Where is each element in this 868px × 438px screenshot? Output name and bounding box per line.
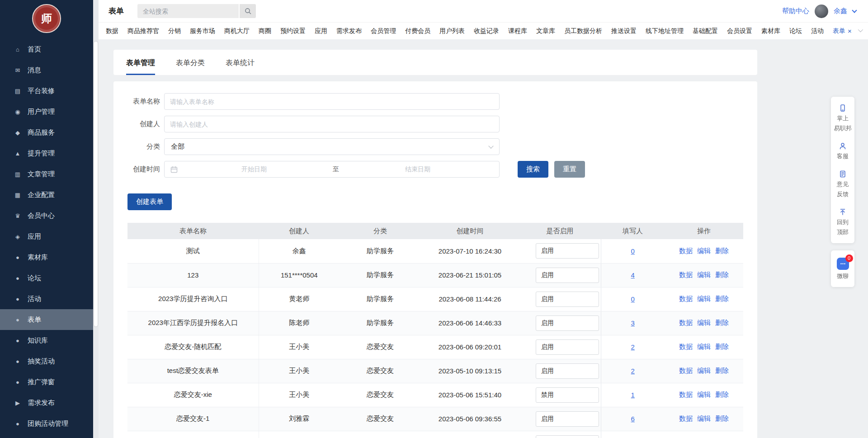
avatar[interactable] xyxy=(815,5,828,18)
tabbar-tab[interactable]: 活动 xyxy=(807,27,828,35)
sidebar-item-lottery[interactable]: ●抽奖活动 xyxy=(0,351,93,372)
status-select[interactable]: 启用 xyxy=(536,363,599,379)
tabbar-tab-active[interactable]: 表单 × xyxy=(828,27,856,35)
end-date-input[interactable]: 结束日期 xyxy=(342,165,494,174)
delete-action-link[interactable]: 删除 xyxy=(715,414,729,422)
tabbar-tab[interactable]: 课程库 xyxy=(504,27,532,35)
sidebar-item-member-center[interactable]: ♛会员中心 xyxy=(0,205,93,226)
global-search-input[interactable] xyxy=(137,4,239,18)
status-select[interactable]: 启用 xyxy=(536,339,599,355)
customer-service-button[interactable]: 客服 xyxy=(837,142,849,160)
tabbar-tab[interactable]: 员工数据分析 xyxy=(560,27,607,35)
create-form-button[interactable]: 创建表单 xyxy=(127,193,172,210)
sidebar-item-home[interactable]: ⌂首页 xyxy=(0,39,93,60)
tabbar-tab[interactable]: 商机大厅 xyxy=(220,27,254,35)
tabbar-tab[interactable]: 会员管理 xyxy=(366,27,401,35)
tabbar-tab[interactable]: 需求发布 xyxy=(332,27,366,35)
edit-action-link[interactable]: 编辑 xyxy=(697,414,711,422)
data-action-link[interactable]: 数据 xyxy=(679,367,693,374)
fillers-count-link[interactable]: 0 xyxy=(631,295,635,303)
search-button[interactable]: 搜索 xyxy=(518,161,548,178)
tabbar-tab[interactable]: 线下地址管理 xyxy=(641,27,688,35)
data-action-link[interactable]: 数据 xyxy=(679,343,693,350)
sidebar-item-user-management[interactable]: ◉用户管理 xyxy=(0,101,93,122)
sidebar-item-forms[interactable]: ●表单 xyxy=(0,309,93,330)
tabbar-tab[interactable]: 会员设置 xyxy=(722,27,757,35)
tabbar-tab[interactable]: 商品推荐官 xyxy=(123,27,164,35)
sidebar-item-groupbuy-management[interactable]: ●团购活动管理 xyxy=(0,413,93,434)
tabbar-tab[interactable]: 数据 xyxy=(101,27,123,35)
fillers-count-link[interactable]: 0 xyxy=(631,247,635,255)
data-action-link[interactable]: 数据 xyxy=(679,414,693,422)
sidebar-item-messages[interactable]: ✉消息 xyxy=(0,60,93,80)
status-select[interactable]: 启用 xyxy=(536,292,599,307)
back-to-top-button[interactable]: 回到 顶部 xyxy=(837,208,849,236)
sidebar-item-article-management[interactable]: ▥文章管理 xyxy=(0,164,93,184)
status-select[interactable]: 启用 xyxy=(536,243,599,259)
sidebar-item-enterprise-config[interactable]: ▦企业配置 xyxy=(0,184,93,205)
edit-action-link[interactable]: 编辑 xyxy=(697,367,711,374)
tab-form-category[interactable]: 表单分类 xyxy=(176,58,205,75)
status-select[interactable]: 启用 xyxy=(536,411,599,427)
tab-form-statistics[interactable]: 表单统计 xyxy=(226,58,255,75)
help-center-link[interactable]: 帮助中心 xyxy=(782,7,809,15)
sidebar-item-applications[interactable]: ◈应用 xyxy=(0,226,93,247)
edit-action-link[interactable]: 编辑 xyxy=(697,319,711,326)
fillers-count-link[interactable]: 4 xyxy=(631,271,635,279)
form-name-input[interactable] xyxy=(164,93,500,110)
tabbar-tab[interactable]: 付费会员 xyxy=(401,27,435,35)
tabbar-tab[interactable]: 服务市场 xyxy=(185,27,220,35)
tabbar-tab[interactable]: 预约设置 xyxy=(276,27,310,35)
data-action-link[interactable]: 数据 xyxy=(679,319,693,326)
edit-action-link[interactable]: 编辑 xyxy=(697,391,711,398)
edit-action-link[interactable]: 编辑 xyxy=(697,271,711,278)
date-range-picker[interactable]: 开始日期 至 结束日期 xyxy=(164,161,500,178)
fillers-count-link[interactable]: 1 xyxy=(631,391,635,399)
feedback-button[interactable]: 意见 反馈 xyxy=(837,170,849,198)
delete-action-link[interactable]: 删除 xyxy=(715,247,729,254)
tabbar-tab[interactable]: 商圈 xyxy=(254,27,276,35)
delete-action-link[interactable]: 删除 xyxy=(715,271,729,278)
data-action-link[interactable]: 数据 xyxy=(679,391,693,398)
status-select[interactable]: 禁用 xyxy=(536,435,599,438)
tab-form-management[interactable]: 表单管理 xyxy=(126,58,155,75)
tabbar-tab[interactable]: 收益记录 xyxy=(469,27,504,35)
tabbar-tab[interactable]: 应用 xyxy=(310,27,332,35)
tabbar-overflow-chevron-icon[interactable] xyxy=(858,27,863,32)
reset-button[interactable]: 重置 xyxy=(554,161,585,178)
edit-action-link[interactable]: 编辑 xyxy=(697,247,711,254)
sidebar-item-demand-publish[interactable]: ▶需求发布 xyxy=(0,392,93,413)
tabbar-tab[interactable]: 素材库 xyxy=(757,27,785,35)
data-action-link[interactable]: 数据 xyxy=(679,271,693,278)
tabbar-tab[interactable]: 推送设置 xyxy=(607,27,641,35)
sidebar-item-promotion-management[interactable]: ▲提升管理 xyxy=(0,143,93,164)
sidebar-scrollbar-thumb[interactable] xyxy=(94,42,98,326)
wechat-chat-button[interactable]: 0 微聊 xyxy=(837,258,849,280)
start-date-input[interactable]: 开始日期 xyxy=(178,165,330,174)
tabbar-tab[interactable]: 分销 xyxy=(164,27,185,35)
tabbar-tab[interactable]: 文章库 xyxy=(532,27,560,35)
delete-action-link[interactable]: 删除 xyxy=(715,391,729,398)
username[interactable]: 余鑫 xyxy=(834,7,847,15)
tabbar-tab[interactable]: 论坛 xyxy=(785,27,807,35)
status-select[interactable]: 禁用 xyxy=(536,387,599,403)
tabbar-tab[interactable]: 用户列表 xyxy=(435,27,469,35)
delete-action-link[interactable]: 删除 xyxy=(715,295,729,302)
sidebar-item-platform-decoration[interactable]: ▤平台装修 xyxy=(0,80,93,101)
delete-action-link[interactable]: 删除 xyxy=(715,319,729,326)
creator-input[interactable] xyxy=(164,116,500,132)
tab-close-icon[interactable]: × xyxy=(848,27,852,35)
data-action-link[interactable]: 数据 xyxy=(679,295,693,302)
mobile-app-button[interactable]: 掌上 易职邦 xyxy=(834,104,852,132)
sidebar-item-forum[interactable]: ●论坛 xyxy=(0,268,93,288)
sidebar-item-promo-popup[interactable]: ●推广弹窗 xyxy=(0,372,93,392)
delete-action-link[interactable]: 删除 xyxy=(715,367,729,374)
status-select[interactable]: 启用 xyxy=(536,268,599,283)
tabbar-tab[interactable]: 基础配置 xyxy=(688,27,722,35)
fillers-count-link[interactable]: 3 xyxy=(631,319,635,327)
fillers-count-link[interactable]: 6 xyxy=(631,415,635,423)
sidebar-item-goods-services[interactable]: ◆商品服务 xyxy=(0,122,93,143)
fillers-count-link[interactable]: 2 xyxy=(631,343,635,351)
edit-action-link[interactable]: 编辑 xyxy=(697,295,711,302)
user-menu-chevron-down-icon[interactable] xyxy=(852,8,857,13)
